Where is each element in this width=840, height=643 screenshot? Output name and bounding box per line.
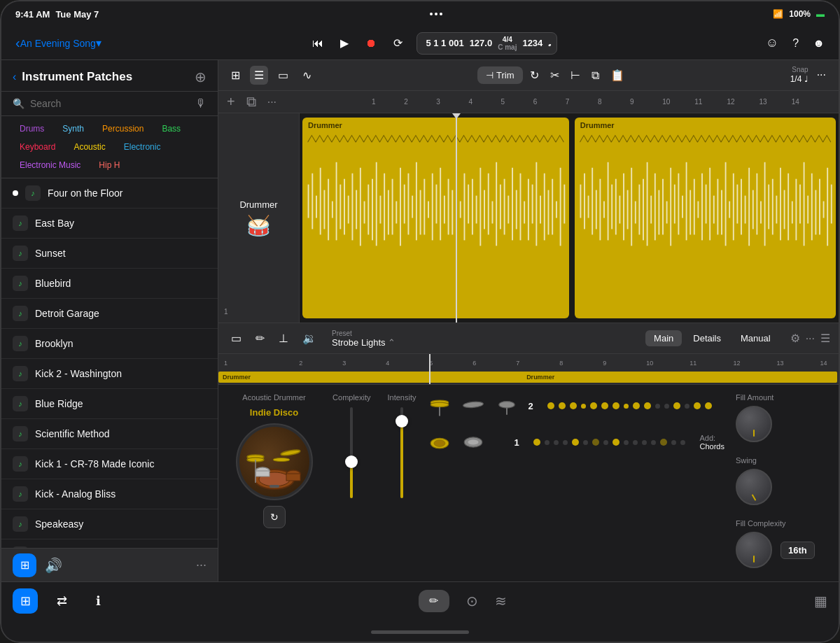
pencil-mode-button[interactable]: ✏ (419, 590, 449, 612)
dot[interactable] (624, 440, 629, 445)
split-button[interactable]: ⊢ (566, 66, 584, 85)
search-input[interactable] (30, 98, 190, 109)
shuffle-drummer-button[interactable]: ↻ (263, 506, 286, 528)
dot[interactable] (671, 440, 676, 445)
play-button[interactable]: ▶ (337, 34, 351, 52)
crash-pad[interactable] (461, 393, 486, 418)
dot[interactable] (642, 440, 647, 445)
velocity-button[interactable]: ⊥ (274, 329, 293, 348)
tag-drums[interactable]: Drums (13, 122, 51, 136)
more-options-button[interactable]: ··· (196, 558, 206, 572)
tab-details[interactable]: Details (685, 330, 729, 346)
patch-item-kick-washington[interactable]: ♪ Kick 2 - Washington (1, 359, 218, 389)
dock-routing-button[interactable]: ⇄ (49, 588, 74, 614)
eq-button[interactable]: ≋ (495, 593, 507, 609)
volume-slider-button[interactable]: 🔉 (298, 329, 321, 348)
tag-keyboard[interactable]: Keyboard (13, 140, 62, 154)
tag-synth[interactable]: Synth (55, 122, 91, 136)
tab-manual[interactable]: Manual (732, 330, 779, 346)
patch-item-kick-analog[interactable]: ♪ Kick - Analog Bliss (1, 479, 218, 509)
dot[interactable] (603, 440, 608, 445)
dot[interactable] (590, 402, 597, 409)
help-button[interactable]: ? (790, 34, 802, 52)
hihat-pad[interactable] (427, 393, 452, 418)
fill-amount-knob[interactable] (736, 406, 772, 442)
complexity-slider[interactable] (350, 407, 353, 498)
plugin-button[interactable]: ▦ (814, 593, 827, 609)
patch-item-four-on-the-floor[interactable]: ♪ Four on the Floor (1, 178, 218, 209)
panel-filter-icon[interactable]: ⊕ (195, 69, 206, 85)
tag-electronic-music[interactable]: Electronic Music (13, 158, 88, 172)
scissor-button[interactable]: ✂ (546, 66, 564, 85)
list-view-button[interactable]: ☰ (250, 66, 268, 85)
dot[interactable] (563, 440, 568, 445)
dot[interactable] (660, 439, 667, 446)
dot[interactable] (633, 402, 640, 409)
emoji-button[interactable]: ☺ (763, 33, 781, 53)
dot[interactable] (680, 440, 685, 445)
dot[interactable] (554, 440, 559, 445)
track-content[interactable]: Drummer (300, 113, 839, 323)
intensity-slider[interactable] (400, 407, 403, 498)
rewind-button[interactable]: ⏮ (309, 34, 326, 52)
patch-item-scientific-method[interactable]: ♪ Scientific Method (1, 419, 218, 449)
patch-item-kick-cr78[interactable]: ♪ Kick 1 - CR-78 Made Iconic (1, 449, 218, 479)
tag-acoustic[interactable]: Acoustic (66, 140, 112, 154)
copy-button[interactable]: ⧉ (587, 66, 603, 85)
dot[interactable] (581, 404, 586, 409)
dot[interactable] (572, 439, 579, 446)
editor-more-button[interactable]: ··· (806, 332, 815, 345)
editor-menu-button[interactable]: ☰ (820, 332, 830, 345)
grid-view-button[interactable]: ⊞ (227, 66, 244, 85)
add-value[interactable]: Chords (699, 442, 724, 451)
dot[interactable] (592, 439, 599, 446)
metronome-button[interactable]: ⊙ (466, 593, 478, 609)
region-view-button[interactable]: ▭ (227, 329, 246, 348)
paste-button[interactable]: 📋 (606, 66, 629, 85)
dot[interactable] (533, 439, 540, 446)
trim-button[interactable]: ⊣ Trim (477, 66, 523, 84)
daw-more-button[interactable]: ··· (813, 66, 830, 84)
dot[interactable] (601, 402, 608, 409)
snare-pad[interactable] (461, 430, 486, 455)
panel-back-button[interactable]: ‹ (13, 71, 16, 83)
patch-item-kick-sub[interactable]: ♪ Kick Sub - Jagged Edges (1, 539, 218, 548)
tag-percussion[interactable]: Percussion (95, 122, 150, 136)
loop-button[interactable]: ⟳ (391, 34, 405, 52)
volume-button[interactable]: 🔊 (45, 557, 62, 574)
duplicate-track-button[interactable]: ⧉ (244, 91, 259, 113)
dot[interactable] (612, 402, 620, 409)
dot[interactable] (624, 404, 629, 409)
record-button[interactable]: ⏺ (363, 34, 379, 52)
tag-electronic[interactable]: Electronic (117, 140, 168, 154)
mini-block-2[interactable]: Drummer (522, 372, 837, 383)
curve-tool-button[interactable]: ∿ (298, 66, 316, 85)
patch-item-bluebird[interactable]: ♪ Bluebird (1, 269, 218, 299)
dot[interactable] (664, 404, 669, 409)
dot[interactable] (673, 402, 680, 409)
patch-item-sunset[interactable]: ♪ Sunset (1, 239, 218, 269)
dock-info-button[interactable]: ℹ (85, 588, 111, 614)
tab-main[interactable]: Main (645, 330, 682, 346)
left-panel-active-btn[interactable]: ⊞ (13, 553, 36, 577)
dot[interactable] (633, 440, 638, 445)
dot[interactable] (583, 440, 588, 445)
patch-item-speakeasy[interactable]: ♪ Speakeasy (1, 509, 218, 539)
swing-knob[interactable] (736, 469, 772, 505)
microphone-icon[interactable]: 🎙 (195, 97, 206, 110)
kick-pad[interactable] (427, 430, 452, 455)
smiley-button[interactable]: ☻ (810, 34, 827, 52)
patch-item-detroit-garage[interactable]: ♪ Detroit Garage (1, 299, 218, 329)
dot[interactable] (612, 439, 620, 446)
hihat-open-pad[interactable] (494, 393, 519, 418)
dot[interactable] (547, 402, 554, 409)
dot[interactable] (655, 404, 660, 409)
dot[interactable] (685, 404, 690, 409)
drummer-block-2[interactable]: Drummer (575, 118, 836, 318)
dock-tracks-button[interactable]: ⊞ (13, 588, 38, 614)
editor-settings-button[interactable]: ⚙ (790, 332, 800, 345)
patch-item-brooklyn[interactable]: ♪ Brooklyn (1, 329, 218, 359)
mini-block-1[interactable]: Drummer (218, 372, 541, 383)
pencil-tool-button[interactable]: ✏ (251, 329, 269, 348)
dot[interactable] (644, 402, 651, 409)
